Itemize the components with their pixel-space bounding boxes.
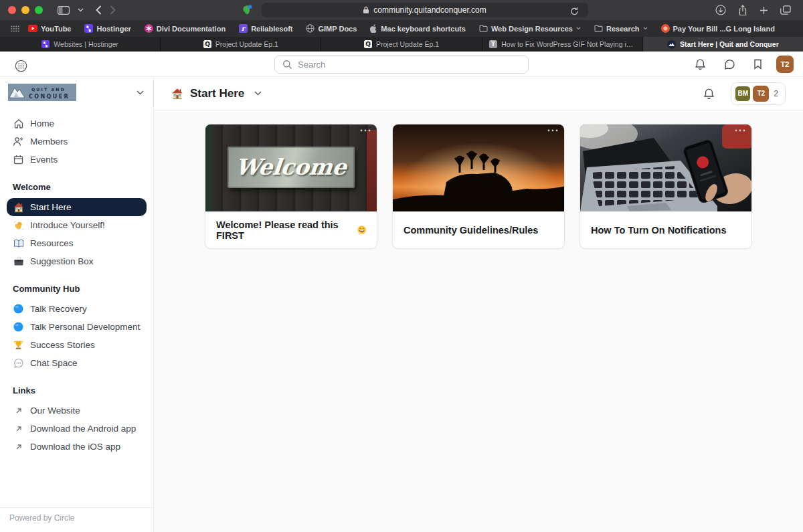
favorite-pay-your-bill[interactable]: Pay Your Bill ...G Long Island bbox=[655, 24, 781, 33]
forward-button[interactable] bbox=[106, 4, 120, 16]
members-pill[interactable]: BM T2 2 bbox=[731, 82, 786, 105]
favorite-label: YouTube bbox=[41, 25, 71, 33]
tab-wordpress-gif[interactable]: T How to Fix WordPress GIF Not Playing i… bbox=[482, 37, 643, 52]
favorites-grid-button[interactable] bbox=[7, 24, 23, 33]
search-input[interactable] bbox=[298, 60, 521, 70]
tab-title: Start Here | Quit and Conquer bbox=[680, 40, 779, 48]
tab-title: Project Update Ep.1 bbox=[215, 40, 278, 48]
t-letter-icon: T bbox=[489, 40, 497, 48]
sidebar-toggle-button[interactable] bbox=[54, 5, 74, 16]
search-icon bbox=[282, 60, 292, 70]
favorite-label: Pay Your Bill ...G Long Island bbox=[673, 25, 775, 33]
divi-asterisk-icon bbox=[145, 24, 153, 33]
fullscreen-window-button[interactable] bbox=[35, 6, 43, 14]
sidebar-item-events[interactable]: Events bbox=[7, 151, 147, 169]
tab-overview-button[interactable] bbox=[776, 4, 795, 16]
community-switcher-button[interactable] bbox=[11, 58, 31, 74]
bookmarks-button[interactable] bbox=[749, 58, 766, 71]
notifications-button[interactable] bbox=[691, 57, 710, 72]
share-icon bbox=[738, 5, 747, 16]
tab-websites-hostinger[interactable]: Websites | Hostinger bbox=[0, 37, 161, 52]
favorite-youtube[interactable]: YouTube bbox=[22, 25, 77, 33]
post-card-guidelines[interactable]: Community Guidelines/Rules bbox=[392, 124, 565, 249]
toolbar-right-group bbox=[711, 3, 795, 17]
welcome-sign-text: Welcome bbox=[234, 154, 348, 180]
search-bar[interactable] bbox=[274, 55, 529, 74]
tab-project-update-1[interactable]: Q Project Update Ep.1 bbox=[161, 37, 321, 52]
sidebar-item-our-website[interactable]: Our Website bbox=[7, 402, 147, 420]
open-book-emoji-icon bbox=[13, 239, 24, 248]
favorite-mac-keyboard-shortcuts[interactable]: Mac keyboard shortcuts bbox=[364, 24, 472, 33]
sidebar-item-home[interactable]: Home bbox=[7, 114, 147, 132]
card-menu-icon[interactable] bbox=[360, 129, 371, 132]
blue-circle-emoji-icon bbox=[13, 322, 23, 332]
space-menu-button[interactable] bbox=[250, 90, 266, 97]
sidebar-item-label: Events bbox=[30, 155, 58, 165]
tab-project-update-2[interactable]: Q Project Update Ep.1 bbox=[321, 37, 482, 52]
favorite-label: Divi Documentation bbox=[157, 25, 226, 33]
new-tab-button[interactable] bbox=[755, 5, 772, 16]
sidebar-item-introduce-yourself[interactable]: Introduce Yourself! bbox=[7, 216, 147, 234]
blue-circle-emoji-icon bbox=[13, 304, 23, 314]
favorite-hostinger[interactable]: Hostinger bbox=[78, 24, 137, 33]
post-image-laptop-phone bbox=[580, 124, 751, 211]
youtube-icon bbox=[28, 25, 37, 32]
waving-hand-emoji-icon bbox=[13, 220, 24, 231]
card-menu-icon[interactable] bbox=[735, 129, 745, 132]
powered-by-circle-link[interactable]: Powered by Circle bbox=[0, 507, 153, 532]
member-avatar-bm: BM bbox=[735, 86, 751, 102]
sidebar-item-start-here[interactable]: Start Here bbox=[7, 198, 147, 216]
trophy-emoji-icon bbox=[13, 340, 23, 350]
close-window-button[interactable] bbox=[8, 6, 16, 14]
post-card-notifications[interactable]: How To Turn On Notifications bbox=[579, 124, 752, 249]
favorite-gimp-docs[interactable]: GIMP Docs bbox=[300, 24, 363, 33]
post-card-welcome[interactable]: Welcome Welcome! Please read this FIRST bbox=[205, 124, 377, 249]
home-icon bbox=[13, 118, 24, 128]
community-sidebar: QUIT AND CONQUER Home Members Events bbox=[0, 77, 154, 532]
community-header[interactable]: QUIT AND CONQUER bbox=[0, 77, 153, 108]
tab-start-here-active[interactable]: Start Here | Quit and Conquer bbox=[643, 37, 803, 52]
sidebar-item-success-stories[interactable]: Success Stories bbox=[7, 336, 147, 354]
svg-text:T: T bbox=[491, 41, 495, 48]
favorite-research[interactable]: Research bbox=[588, 25, 654, 33]
post-title: Community Guidelines/Rules bbox=[404, 225, 538, 236]
community-logo: QUIT AND CONQUER bbox=[8, 84, 76, 101]
card-menu-icon[interactable] bbox=[547, 129, 558, 132]
svg-text:Q: Q bbox=[365, 41, 371, 48]
sidebar-item-download-ios-app[interactable]: Download the iOS app bbox=[7, 438, 147, 456]
minimize-window-button[interactable] bbox=[21, 6, 29, 14]
chevron-down-icon bbox=[254, 91, 262, 96]
space-notifications-button[interactable] bbox=[699, 86, 719, 101]
sidebar-item-talk-personal-development[interactable]: Talk Personal Development bbox=[7, 318, 147, 336]
sidebar-item-suggestion-box[interactable]: Suggestion Box bbox=[7, 252, 147, 270]
favorite-divi-documentation[interactable]: Divi Documentation bbox=[139, 24, 232, 33]
sidebar-item-talk-recovery[interactable]: Talk Recovery bbox=[7, 300, 147, 318]
bell-icon bbox=[703, 88, 715, 100]
tab-title: Project Update Ep.1 bbox=[376, 40, 439, 48]
favorite-reliablesoft[interactable]: r Reliablesoft bbox=[233, 24, 298, 33]
welcome-sign: Welcome bbox=[228, 147, 354, 188]
page-body: QUIT AND CONQUER Home Members Events bbox=[0, 77, 803, 532]
svg-text:Q: Q bbox=[205, 41, 210, 48]
sidebar-item-members[interactable]: Members bbox=[7, 132, 147, 151]
sidebar-item-label: Download the iOS app bbox=[30, 442, 120, 452]
sidebar-item-label: Chat Space bbox=[30, 358, 78, 368]
sidebar-item-label: Talk Personal Development bbox=[30, 322, 140, 332]
section-title-links: Links bbox=[13, 385, 141, 395]
favorite-web-design-resources[interactable]: Web Design Resources bbox=[473, 25, 587, 33]
sidebar-item-download-android-app[interactable]: Download the Android app bbox=[7, 420, 147, 438]
downloads-button[interactable] bbox=[711, 3, 730, 17]
messages-button[interactable] bbox=[720, 58, 739, 72]
user-avatar[interactable]: T2 bbox=[776, 56, 794, 73]
reload-button[interactable] bbox=[566, 5, 583, 17]
folder-icon bbox=[594, 25, 603, 32]
sidebar-item-resources[interactable]: Resources bbox=[7, 234, 147, 252]
sidebar-item-label: Home bbox=[30, 118, 54, 128]
sidebar-menu-chevron[interactable] bbox=[74, 7, 88, 13]
share-button[interactable] bbox=[734, 3, 751, 17]
address-bar[interactable]: community.quitandconquer.com bbox=[262, 3, 588, 17]
section-title-welcome: Welcome bbox=[13, 182, 141, 192]
sidebar-item-chat-space[interactable]: Chat Space bbox=[7, 354, 147, 372]
back-button[interactable] bbox=[92, 4, 106, 16]
evernote-extension-button[interactable] bbox=[237, 3, 256, 17]
